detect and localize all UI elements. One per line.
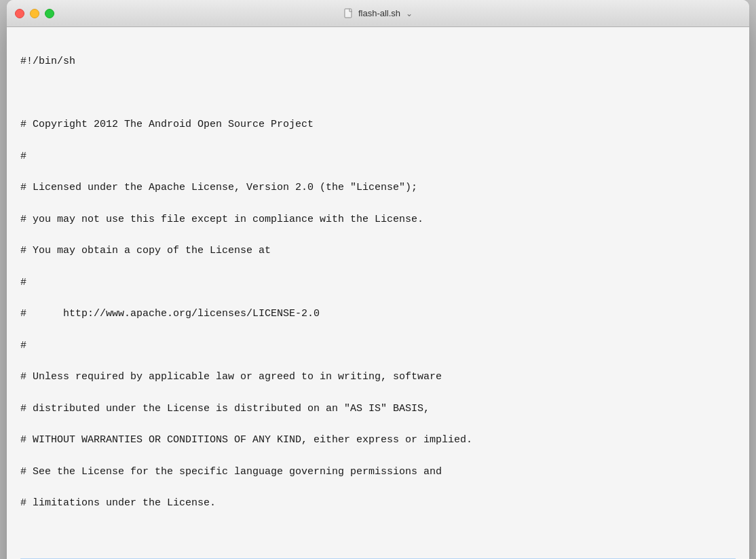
line-11: # Unless required by applicable law or a… xyxy=(20,369,736,385)
line-14: # See the License for the specific langu… xyxy=(20,464,736,480)
svg-rect-0 xyxy=(345,9,352,18)
code-editor[interactable]: #!/bin/sh # Copyright 2012 The Android O… xyxy=(7,27,749,559)
document-icon xyxy=(343,8,354,19)
line-2 xyxy=(20,85,736,101)
window-title: flash-all.sh ⌄ xyxy=(343,8,413,19)
line-5: # Licensed under the Apache License, Ver… xyxy=(20,180,736,195)
line-9: # http://www.apache.org/licenses/LICENSE… xyxy=(20,306,736,322)
line-16 xyxy=(20,527,736,543)
minimize-button[interactable] xyxy=(30,9,39,18)
close-button[interactable] xyxy=(15,9,24,18)
titlebar: flash-all.sh ⌄ xyxy=(7,0,749,27)
main-window: flash-all.sh ⌄ #!/bin/sh # Copyright 201… xyxy=(7,0,749,559)
maximize-button[interactable] xyxy=(45,9,54,18)
line-13: # WITHOUT WARRANTIES OR CONDITIONS OF AN… xyxy=(20,432,736,448)
line-12: # distributed under the License is distr… xyxy=(20,401,736,417)
line-8: # xyxy=(20,275,736,290)
title-text: flash-all.sh xyxy=(358,8,400,18)
line-1: #!/bin/sh xyxy=(20,54,736,69)
line-15: # limitations under the License. xyxy=(20,495,736,511)
line-6: # you may not use this file except in co… xyxy=(20,212,736,227)
title-dropdown-icon[interactable]: ⌄ xyxy=(406,9,413,18)
traffic-lights xyxy=(15,9,54,18)
line-4: # xyxy=(20,149,736,164)
line-7: # You may obtain a copy of the License a… xyxy=(20,243,736,258)
line-10: # xyxy=(20,338,736,353)
line-3: # Copyright 2012 The Android Open Source… xyxy=(20,117,736,132)
